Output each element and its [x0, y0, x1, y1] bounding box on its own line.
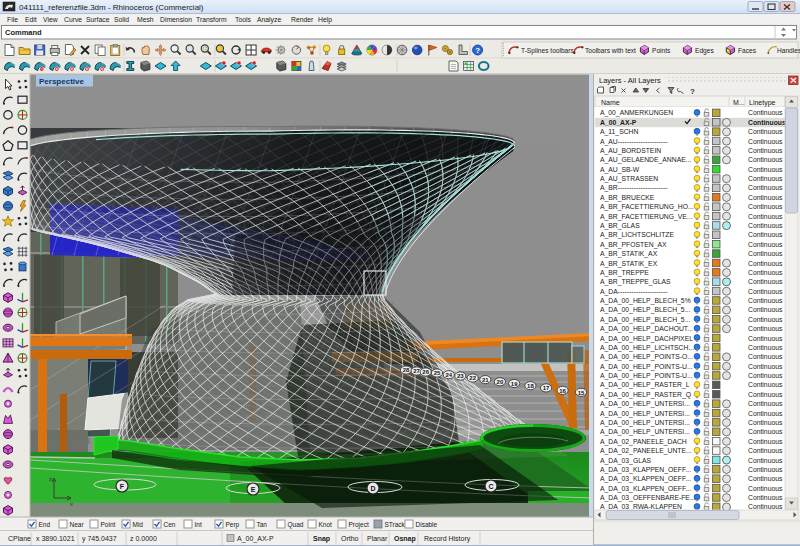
- svg-text:A_BR_PFOSTEN_AX: A_BR_PFOSTEN_AX: [600, 241, 667, 249]
- svg-text:T-Splines toolbars: T-Splines toolbars: [521, 47, 574, 55]
- svg-text:A_BR_STATIK_EX: A_BR_STATIK_EX: [600, 260, 658, 268]
- svg-text:A_BR----------------------: A_BR----------------------: [600, 184, 668, 192]
- svg-text:A_DA_00_HELP_BLECH_5...: A_DA_00_HELP_BLECH_5...: [600, 316, 690, 324]
- svg-text:Continuous: Continuous: [748, 344, 783, 351]
- svg-text:A_DA_03_KLAPPEN_OEFF...: A_DA_03_KLAPPEN_OEFF...: [600, 466, 691, 474]
- svg-text:A_DA_02_PANEELE_DACH: A_DA_02_PANEELE_DACH: [600, 438, 687, 446]
- svg-text:Continuous: Continuous: [748, 231, 783, 238]
- svg-text:A_AU_SB-W: A_AU_SB-W: [600, 166, 640, 174]
- svg-text:File: File: [7, 16, 18, 23]
- svg-text:y 745.0437: y 745.0437: [82, 535, 117, 543]
- svg-text:Transform: Transform: [196, 16, 227, 23]
- svg-text:A_BR_LICHTSCHLITZE: A_BR_LICHTSCHLITZE: [600, 231, 674, 239]
- svg-text:Toolbars with text: Toolbars with text: [585, 47, 636, 54]
- svg-text:Linetype: Linetype: [749, 99, 776, 107]
- svg-text:Continuous: Continuous: [748, 419, 783, 426]
- svg-text:A_DA_00_HELP_POINTS-O...: A_DA_00_HELP_POINTS-O...: [600, 353, 693, 361]
- svg-text:Continuous: Continuous: [748, 372, 783, 379]
- svg-text:A_DA_00_HELP_RASTER_L: A_DA_00_HELP_RASTER_L: [600, 381, 690, 389]
- svg-text:Continuous: Continuous: [748, 288, 783, 295]
- svg-text:z 0.0000: z 0.0000: [130, 535, 157, 542]
- svg-text:A_DA_03_GLAS: A_DA_03_GLAS: [600, 457, 651, 465]
- svg-text:Layers - All Layers: Layers - All Layers: [599, 76, 661, 85]
- svg-text:Continuous: Continuous: [748, 381, 783, 388]
- svg-text:A_DA_00_HELP_LICHTSCH...: A_DA_00_HELP_LICHTSCH...: [600, 344, 694, 352]
- svg-text:A_DA_00_HELP_RASTER_Q: A_DA_00_HELP_RASTER_Q: [600, 391, 691, 399]
- svg-text:A_DA_00_HELP_POINTS-U...: A_DA_00_HELP_POINTS-U...: [600, 372, 693, 380]
- svg-text:Curve: Curve: [64, 16, 82, 23]
- svg-text:Continuous: Continuous: [748, 503, 783, 510]
- svg-text:Surface: Surface: [86, 16, 110, 23]
- svg-text:Continuous: Continuous: [748, 410, 783, 417]
- svg-text:Solid: Solid: [114, 16, 129, 23]
- svg-text:Near: Near: [70, 521, 85, 528]
- svg-text:Disable: Disable: [416, 521, 438, 528]
- svg-text:Continuous: Continuous: [748, 166, 783, 173]
- svg-text:A_DA_00_HELP_BLECH_5%: A_DA_00_HELP_BLECH_5%: [600, 297, 691, 305]
- svg-text:A_00_AX-P: A_00_AX-P: [237, 535, 274, 543]
- svg-text:Continuous: Continuous: [748, 353, 783, 360]
- svg-text:M...: M...: [733, 99, 745, 106]
- svg-text:A_DA_00_HELP_UNTERSI...: A_DA_00_HELP_UNTERSI...: [600, 419, 690, 427]
- svg-text:A_DA_00_HELP_DACHOUT...: A_DA_00_HELP_DACHOUT...: [600, 325, 693, 333]
- svg-text:Mesh: Mesh: [137, 16, 154, 23]
- svg-text:Int: Int: [195, 521, 202, 528]
- svg-text:Perp: Perp: [226, 521, 240, 529]
- svg-text:Analyze: Analyze: [257, 16, 281, 24]
- svg-text:Continuous: Continuous: [748, 316, 783, 323]
- svg-text:Continuous: Continuous: [748, 128, 783, 135]
- svg-text:Knot: Knot: [319, 521, 333, 528]
- svg-text:Handles: Handles: [777, 47, 800, 54]
- svg-text:A_DA_00_HELP_UNTERSI...: A_DA_00_HELP_UNTERSI...: [600, 400, 690, 408]
- svg-text:Continuous: Continuous: [748, 194, 783, 201]
- svg-text:Continuous: Continuous: [748, 250, 783, 257]
- svg-text:Tools: Tools: [235, 16, 251, 23]
- svg-text:Cen: Cen: [164, 521, 176, 528]
- svg-text:A_BR_GLAS: A_BR_GLAS: [600, 222, 640, 230]
- svg-text:A_BR_FACETTIERUNG_HO...: A_BR_FACETTIERUNG_HO...: [600, 203, 694, 211]
- svg-text:Osnap: Osnap: [394, 535, 416, 543]
- svg-text:Help: Help: [318, 16, 332, 24]
- svg-text:Continuous: Continuous: [748, 325, 783, 332]
- svg-text:Continuous: Continuous: [748, 363, 783, 370]
- svg-text:A_00_AX-P: A_00_AX-P: [600, 119, 637, 126]
- svg-text:A_AU----------------------: A_AU----------------------: [600, 138, 668, 146]
- svg-text:A_00_ANMERKUNGEN: A_00_ANMERKUNGEN: [600, 109, 673, 117]
- svg-text:Continuous: Continuous: [748, 457, 783, 464]
- svg-text:Name: Name: [601, 99, 620, 106]
- svg-text:Continuous: Continuous: [748, 184, 783, 191]
- svg-text:A_AU_GELAENDE_ANNAE...: A_AU_GELAENDE_ANNAE...: [600, 156, 692, 164]
- svg-text:Continuous: Continuous: [748, 119, 786, 126]
- svg-text:Continuous: Continuous: [748, 147, 783, 154]
- svg-text:Faces: Faces: [738, 47, 757, 54]
- svg-text:Mid: Mid: [133, 521, 144, 528]
- svg-text:Continuous: Continuous: [748, 400, 783, 407]
- svg-text:Continuous: Continuous: [748, 203, 783, 210]
- svg-text:x 3890.1021: x 3890.1021: [36, 535, 75, 542]
- svg-text:Ortho: Ortho: [341, 535, 359, 542]
- svg-text:Edit: Edit: [25, 16, 37, 23]
- svg-text:?: ?: [690, 87, 695, 96]
- svg-text:Point: Point: [101, 521, 116, 528]
- svg-text:A_DA_03_KLAPPEN_OEFF...: A_DA_03_KLAPPEN_OEFF...: [600, 485, 691, 493]
- svg-text:A_BR_BRUECKE: A_BR_BRUECKE: [600, 194, 655, 202]
- svg-text:A_DA_00_HELP_POINTS-U...: A_DA_00_HELP_POINTS-U...: [600, 363, 693, 371]
- svg-text:A_11_SCHN: A_11_SCHN: [600, 128, 638, 136]
- svg-text:CPlane: CPlane: [8, 535, 31, 542]
- svg-text:Continuous: Continuous: [748, 241, 783, 248]
- svg-text:Edges: Edges: [695, 47, 714, 55]
- svg-text:A_DA_00_HELP_UNTERSI...: A_DA_00_HELP_UNTERSI...: [600, 410, 690, 418]
- svg-text:Continuous: Continuous: [748, 269, 783, 276]
- svg-text:Continuous: Continuous: [748, 222, 783, 229]
- svg-text:Project: Project: [349, 521, 369, 529]
- svg-text:Continuous: Continuous: [748, 156, 783, 163]
- svg-text:Planar: Planar: [367, 535, 388, 542]
- svg-text:Continuous: Continuous: [748, 175, 783, 182]
- svg-text:Continuous: Continuous: [748, 475, 783, 482]
- svg-text:Continuous: Continuous: [748, 466, 783, 473]
- svg-text:A_DA----------------------: A_DA----------------------: [600, 288, 668, 296]
- svg-text:Continuous: Continuous: [748, 494, 783, 501]
- svg-text:Continuous: Continuous: [748, 428, 783, 435]
- svg-text:A_AU_BORDSTEIN: A_AU_BORDSTEIN: [600, 147, 661, 155]
- svg-text:A_BR_FACETTIERUNG_VE...: A_BR_FACETTIERUNG_VE...: [600, 213, 693, 221]
